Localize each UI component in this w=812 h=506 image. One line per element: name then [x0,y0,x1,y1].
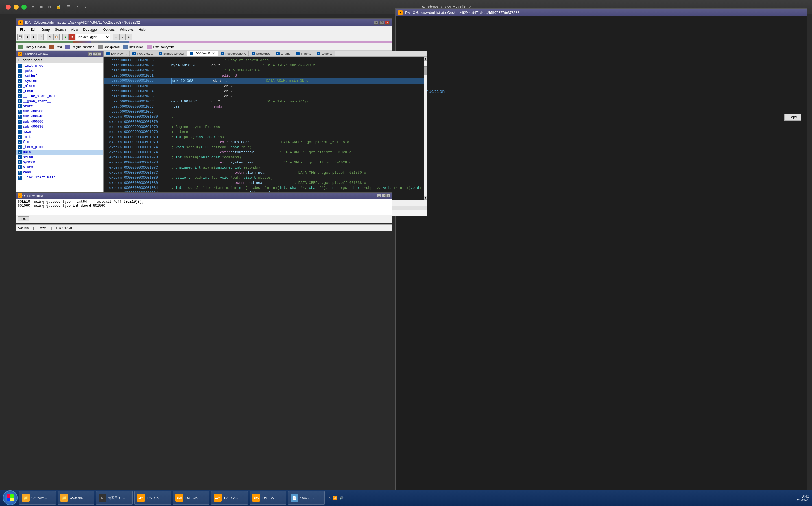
func-item-libc-start-main-ext[interactable]: 7 _libc_start_main [16,175,103,180]
maximize-button[interactable] [21,5,26,10]
taskbar-item-explorer-1[interactable]: 📁 C:\Users\... [19,491,56,505]
ida-logo: 7 [18,20,23,25]
func-item-sub400660[interactable]: 7 sub_400660 [16,119,103,124]
func-item-puts-ext[interactable]: 7 puts [16,150,103,155]
toolbar-copy[interactable]: ⎘ [47,34,53,40]
idc-button[interactable]: IDC [18,216,29,222]
tab-enums[interactable]: E Enums [273,51,293,57]
func-item-main[interactable]: 7 main [16,129,103,135]
ida-close-btn[interactable]: ✕ [385,21,390,24]
func-item-init-proc[interactable]: 7 _init_proc [16,63,103,68]
func-item-puts[interactable]: 7 _puts [16,68,103,73]
func-item-system[interactable]: 7 _system [16,79,103,84]
toolbar-icon-6[interactable]: ↗ [76,5,78,9]
menu-search[interactable]: Search [53,27,68,32]
taskbar-item-ida-4[interactable]: IDA IDA - CA... [250,491,286,505]
menu-file[interactable]: File [18,27,28,32]
functions-panel-restore[interactable]: □ [93,52,97,56]
func-item-system-ext[interactable]: 7 system [16,160,103,165]
toolbar-nav[interactable]: ↔ [37,34,44,40]
func-item-sub4005c0[interactable]: 7 sub_4005C0 [16,109,103,114]
func-item-libc-start-main[interactable]: 7 __libc_start_main [16,94,103,99]
minimize-button[interactable] [14,5,19,10]
toolbar-step[interactable]: ⤵ [113,34,119,40]
toolbar-icon-1[interactable]: ≡ [32,5,34,9]
vscroll-up-btn[interactable]: ▲ [424,57,428,61]
func-item-setbuf-ext[interactable]: 7 setbuf [16,155,103,160]
menu-debugger[interactable]: Debugger [81,27,100,32]
taskbar-item-ida-1[interactable]: IDA IDA - CA... [134,491,171,505]
menu-view[interactable]: View [68,27,80,32]
toolbar-forward[interactable]: ▶ [31,34,37,40]
taskbar-item-explorer-2[interactable]: 📁 C:\Users\... [58,491,94,505]
toolbar-icon-5[interactable]: ☰ [67,5,70,9]
func-item-fini[interactable]: 7 fini [16,140,103,145]
ida-restore-btn[interactable]: □ [379,21,384,24]
func-item-setbuf[interactable]: 7 _setbuf [16,73,103,79]
func-item-term-proc[interactable]: 7 _term_proc [16,145,103,150]
toolbar-back[interactable]: ◀ [24,34,30,40]
taskbar-item-notepad[interactable]: 📄 *new 3 -... [288,491,325,505]
toolbar-icon-7[interactable]: ‹ [84,5,86,9]
func-item-gmon-start[interactable]: 7 __gmon_start__ [16,99,103,104]
code-address: extern:0000000000601070 [109,119,171,124]
menu-help[interactable]: Help [137,27,148,32]
tab-pseudocode-a[interactable]: P Pseudocode-A [218,51,249,57]
code-keyword: extrn [220,150,231,155]
func-icon: 7 [18,176,22,180]
tab-imports[interactable]: I Imports [293,51,314,57]
output-restore-btn[interactable]: □ [382,194,386,197]
menu-jump[interactable]: Jump [39,27,52,32]
menu-options[interactable]: Options [101,27,117,32]
legend-library-function: Library function [18,45,46,49]
tab-exports[interactable]: E Exports [314,51,335,57]
toolbar-save[interactable]: 💾 [17,34,23,40]
debugger-combo[interactable]: No debugger [76,34,110,40]
tab-structures[interactable]: S Structures [249,51,273,57]
close-button[interactable] [6,5,11,10]
toolbar-step-over[interactable]: ⤸ [119,34,126,40]
taskbar-item-cmd[interactable]: ▶ 管理员: C:... [96,491,133,505]
code-view[interactable]: . .bss:0000000000601058 ; Copy of shared… [104,57,424,200]
func-item-read[interactable]: 7 _read [16,89,103,94]
func-icon: 7 [18,130,22,134]
func-item-sub400686[interactable]: 7 sub_400686 [16,124,103,129]
toolbar-paste[interactable]: 📋 [53,34,60,40]
toolbar-run-to[interactable]: ↦ [126,34,132,40]
functions-panel-close[interactable]: ✕ [97,52,101,56]
ida-minimize-btn[interactable]: − [374,21,378,24]
copy-button[interactable]: Copy [784,113,801,120]
taskbar-item-ida-2[interactable]: IDA IDA - CA... [173,491,209,505]
output-minimize-btn[interactable]: _ [377,194,381,197]
output-line-2: 60106C: using guessed type int dword_601… [18,204,390,208]
func-item-start[interactable]: 7 start [16,104,103,109]
tab-ida-view-b[interactable]: 7 IDA View-B ✕ [187,51,218,57]
functions-panel-minimize[interactable]: _ [88,52,92,56]
func-item-sub400640[interactable]: 7 sub_400640 [16,114,103,119]
legend-color-external [147,45,152,49]
tab-hex-view-1[interactable]: H Hex View-1 [129,51,156,57]
vscroll-thumb[interactable] [424,66,427,75]
vscroll-down-btn[interactable]: ▼ [424,196,428,200]
tab-strings-window[interactable]: S Strings window [156,51,187,57]
code-line: . extern:0000000000601070 [104,119,424,124]
func-item-read-ext[interactable]: 7 read [16,170,103,175]
func-item-init[interactable]: 7 init [16,135,103,140]
tab-close-ida-view-b[interactable]: ✕ [212,52,215,55]
menu-edit[interactable]: Edit [28,27,39,32]
toolbar-icon-3[interactable]: ⊡ [48,5,51,9]
start-button[interactable] [3,491,17,505]
toolbar-stop[interactable]: ■ [69,34,75,40]
output-close-btn[interactable]: ✕ [386,194,390,197]
func-item-alarm[interactable]: 7 _alarm [16,84,103,89]
code-line: . .bss:000000000060106B db ? [104,94,424,99]
func-item-alarm-ext[interactable]: 7 alarm [16,165,103,170]
tab-ida-view-a[interactable]: 7 IDA View-A [104,51,129,57]
toolbar-run[interactable]: ▶ [62,34,69,40]
taskbar-item-ida-3[interactable]: IDA IDA - CA... [211,491,248,505]
tab-label-ida-view-b: IDA View-B [194,52,210,55]
toolbar-icon-4[interactable]: 🔒 [56,5,61,9]
code-vscrollbar[interactable]: ▲ ▼ [424,57,428,200]
menu-windows[interactable]: Windows [117,27,136,32]
toolbar-icon-2[interactable]: ⇄ [40,5,42,9]
